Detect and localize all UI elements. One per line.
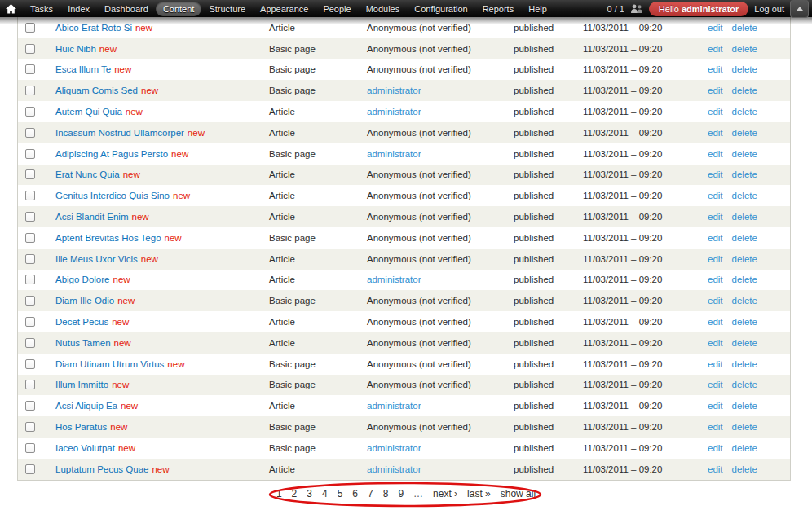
edit-link[interactable]: edit — [708, 443, 723, 453]
node-title-link[interactable]: Aliquam Comis Sed — [55, 86, 138, 95]
node-title-link[interactable]: Ille Meus Uxor Vicis — [55, 254, 138, 264]
edit-link[interactable]: edit — [708, 275, 723, 284]
node-title-link[interactable]: Diam Ille Odio — [55, 296, 114, 306]
edit-link[interactable]: edit — [708, 64, 723, 74]
pager-page-3[interactable]: 3 — [304, 488, 315, 499]
delete-link[interactable]: delete — [732, 169, 757, 179]
delete-link[interactable]: delete — [732, 128, 757, 138]
row-checkbox[interactable] — [25, 86, 35, 95]
node-title-link[interactable]: Esca Illum Te — [55, 64, 111, 74]
row-checkbox[interactable] — [25, 64, 35, 74]
toolbar-item-structure[interactable]: Structure — [201, 2, 253, 16]
row-checkbox[interactable] — [25, 149, 35, 159]
row-checkbox[interactable] — [25, 275, 35, 284]
node-title-link[interactable]: Acsi Aliquip Ea — [55, 401, 117, 411]
edit-link[interactable]: edit — [708, 212, 723, 222]
node-title-link[interactable]: Erat Nunc Quia — [55, 169, 120, 179]
node-title-link[interactable]: Luptatum Pecus Quae — [55, 464, 148, 474]
node-title-link[interactable]: Nutus Tamen — [55, 338, 111, 348]
row-checkbox[interactable] — [25, 359, 35, 369]
delete-link[interactable]: delete — [732, 401, 757, 411]
row-checkbox[interactable] — [25, 380, 35, 389]
toolbar-toggle-button[interactable] — [790, 0, 809, 18]
delete-link[interactable]: delete — [732, 380, 757, 389]
node-author[interactable]: administrator — [367, 401, 514, 411]
row-checkbox[interactable] — [25, 169, 35, 179]
delete-link[interactable]: delete — [732, 44, 757, 54]
delete-link[interactable]: delete — [732, 317, 757, 327]
toolbar-item-content[interactable]: Content — [156, 2, 202, 16]
delete-link[interactable]: delete — [732, 64, 757, 74]
toolbar-item-people[interactable]: People — [316, 2, 358, 16]
delete-link[interactable]: delete — [732, 464, 757, 474]
toolbar-item-modules[interactable]: Modules — [359, 2, 408, 16]
node-title-link[interactable]: Aptent Brevitas Hos Tego — [55, 233, 161, 243]
edit-link[interactable]: edit — [708, 44, 723, 54]
row-checkbox[interactable] — [25, 338, 35, 348]
row-checkbox[interactable] — [25, 296, 35, 306]
edit-link[interactable]: edit — [708, 422, 723, 432]
toolbar-item-appearance[interactable]: Appearance — [253, 2, 316, 16]
delete-link[interactable]: delete — [732, 254, 757, 264]
edit-link[interactable]: edit — [708, 401, 723, 411]
edit-link[interactable]: edit — [708, 233, 723, 243]
pager-page-7[interactable]: 7 — [365, 488, 376, 499]
toolbar-item-tasks[interactable]: Tasks — [23, 2, 60, 16]
node-title-link[interactable]: Diam Utinam Utrum Virtus — [55, 359, 164, 369]
delete-link[interactable]: delete — [732, 23, 757, 33]
node-author[interactable]: administrator — [367, 443, 514, 453]
edit-link[interactable]: edit — [708, 128, 723, 138]
pager-page-2[interactable]: 2 — [289, 488, 300, 499]
edit-link[interactable]: edit — [708, 359, 723, 369]
row-checkbox[interactable] — [25, 401, 35, 411]
delete-link[interactable]: delete — [732, 359, 757, 369]
pager-last[interactable]: last » — [465, 488, 493, 499]
toolbar-item-help[interactable]: Help — [521, 2, 554, 16]
node-author[interactable]: administrator — [367, 464, 514, 474]
row-checkbox[interactable] — [25, 317, 35, 327]
row-checkbox[interactable] — [25, 443, 35, 453]
node-title-link[interactable]: Adipiscing At Pagus Persto — [55, 149, 168, 159]
node-author[interactable]: administrator — [367, 149, 514, 159]
pager-next[interactable]: next › — [430, 488, 460, 499]
node-title-link[interactable]: Abigo Dolore — [55, 275, 109, 284]
edit-link[interactable]: edit — [708, 254, 723, 264]
toolbar-item-index[interactable]: Index — [60, 2, 97, 16]
edit-link[interactable]: edit — [708, 23, 723, 33]
row-checkbox[interactable] — [25, 422, 35, 432]
edit-link[interactable]: edit — [708, 86, 723, 95]
toolbar-item-configuration[interactable]: Configuration — [407, 2, 474, 16]
delete-link[interactable]: delete — [732, 149, 757, 159]
node-author[interactable]: administrator — [367, 107, 514, 117]
toolbar-item-dashboard[interactable]: Dashboard — [97, 2, 156, 16]
row-checkbox[interactable] — [25, 128, 35, 138]
pager-page-6[interactable]: 6 — [350, 488, 360, 499]
edit-link[interactable]: edit — [708, 149, 723, 159]
node-title-link[interactable]: Hos Paratus — [55, 422, 107, 432]
row-checkbox[interactable] — [25, 44, 35, 54]
logout-link[interactable]: Log out — [754, 4, 784, 14]
delete-link[interactable]: delete — [732, 107, 757, 117]
pager-page-8[interactable]: 8 — [381, 488, 391, 499]
pager-page-9[interactable]: 9 — [395, 488, 406, 499]
edit-link[interactable]: edit — [708, 296, 723, 306]
row-checkbox[interactable] — [25, 464, 35, 474]
delete-link[interactable]: delete — [732, 86, 757, 95]
delete-link[interactable]: delete — [732, 296, 757, 306]
row-checkbox[interactable] — [25, 107, 35, 117]
node-title-link[interactable]: Illum Immitto — [55, 380, 108, 389]
edit-link[interactable]: edit — [708, 107, 723, 117]
hello-user-button[interactable]: Hello administrator — [649, 2, 748, 16]
edit-link[interactable]: edit — [708, 169, 723, 179]
delete-link[interactable]: delete — [732, 422, 757, 432]
edit-link[interactable]: edit — [708, 338, 723, 348]
node-author[interactable]: administrator — [367, 86, 514, 95]
node-title-link[interactable]: Autem Qui Quia — [55, 107, 122, 117]
pager-page-4[interactable]: 4 — [320, 488, 330, 499]
row-checkbox[interactable] — [25, 23, 35, 33]
row-checkbox[interactable] — [25, 254, 35, 264]
edit-link[interactable]: edit — [708, 317, 723, 327]
node-author[interactable]: administrator — [367, 275, 514, 284]
node-title-link[interactable]: Genitus Interdico Quis Sino — [55, 191, 170, 200]
toolbar-item-reports[interactable]: Reports — [475, 2, 522, 16]
